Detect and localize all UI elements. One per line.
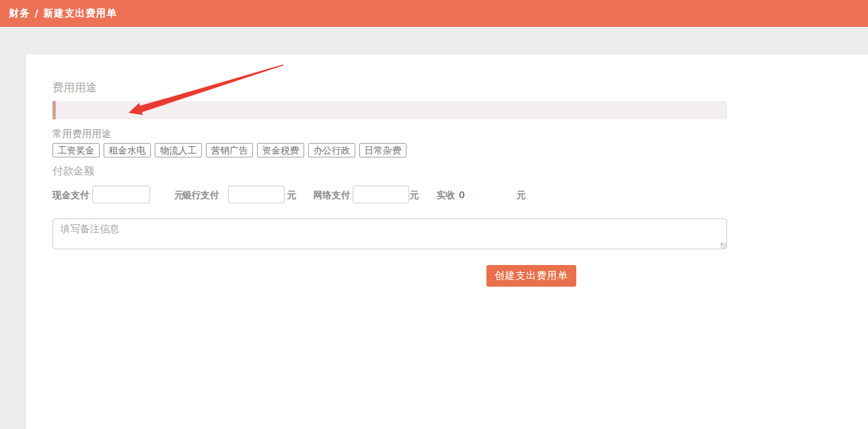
tag-button-misc[interactable]: 日常杂费 [359, 143, 406, 157]
common-purpose-tag-row: 工资奖金 租金水电 物流人工 营销广告 资金税费 办公行政 日常杂费 [52, 143, 410, 158]
tag-button-office[interactable]: 办公行政 [308, 143, 355, 157]
tag-button-rent[interactable]: 租金水电 [104, 143, 151, 157]
purpose-input[interactable] [52, 101, 727, 119]
cash-pay-input[interactable] [92, 186, 150, 203]
online-pay-input[interactable] [353, 186, 409, 203]
payment-row: 现金支付 元 银行支付 元 网络支付 元 实收 0 元 [52, 185, 577, 205]
remark-textarea[interactable] [52, 218, 727, 249]
received-label: 实收 [437, 190, 455, 201]
bank-pay-input[interactable] [228, 186, 285, 203]
tag-button-marketing[interactable]: 营销广告 [206, 143, 253, 157]
online-pay-label: 网络支付 [313, 190, 350, 201]
cash-pay-label: 现金支付 [52, 190, 89, 201]
bank-pay-label: 银行支付 [182, 190, 219, 201]
purpose-label: 费用用途 [52, 80, 97, 95]
tag-button-wages[interactable]: 工资奖金 [52, 143, 100, 157]
received-value: 0 [459, 190, 465, 200]
breadcrumb-page-title: 新建支出费用单 [43, 7, 117, 20]
breadcrumb: 财务 / 新建支出费用单 [9, 7, 117, 20]
bank-unit-label: 元 [287, 190, 296, 201]
expense-form-card: 费用用途 常用费用用途 工资奖金 租金水电 物流人工 营销广告 资金税费 办公行… [26, 54, 868, 429]
create-expense-bill-button[interactable]: 创建支出费用单 [486, 265, 576, 287]
common-purposes-label: 常用费用用途 [52, 128, 111, 140]
tag-button-taxes[interactable]: 资金税费 [257, 143, 304, 157]
header-bar: 财务 / 新建支出费用单 [0, 0, 868, 27]
breadcrumb-section[interactable]: 财务 [9, 7, 30, 20]
tag-button-logistics[interactable]: 物流人工 [155, 143, 202, 157]
online-unit-label: 元 [410, 190, 419, 201]
received-unit-label: 元 [517, 190, 526, 201]
breadcrumb-separator: / [35, 8, 39, 20]
payment-amount-label: 付款金额 [52, 165, 94, 178]
